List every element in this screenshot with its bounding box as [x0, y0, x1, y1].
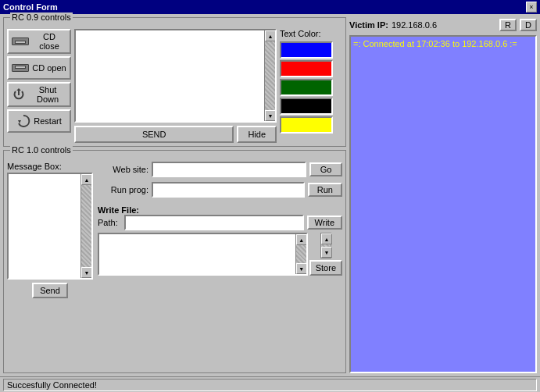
r-button[interactable]: R: [499, 19, 517, 31]
msg-scroll-track: [81, 185, 91, 267]
write-scroll-track: [296, 245, 306, 263]
victim-ip-value: 192.168.0.6: [392, 20, 437, 30]
power-svg: [12, 87, 26, 102]
write-scroll-down[interactable]: ▼: [296, 263, 307, 274]
send-button[interactable]: SEND: [74, 126, 234, 143]
cd-open-label: CD open: [32, 63, 66, 73]
cd-close-label: CD close: [32, 32, 66, 51]
right-controls: Web site: Go Run prog: Run Write File:: [98, 162, 342, 298]
write-file-label: Write File:: [98, 205, 139, 215]
bottom-row: SEND Hide: [74, 126, 277, 143]
rc10-controls: Message Box: ▲ ▼ Send: [7, 162, 342, 298]
cd-close-button[interactable]: CD close: [7, 29, 71, 54]
close-button[interactable]: ×: [526, 2, 537, 12]
cd-open-icon: [12, 64, 29, 72]
main-window: RC 0.9 controls CD close: [0, 14, 540, 392]
scroll-down-arrow[interactable]: ▼: [265, 110, 276, 121]
content-area: RC 0.9 controls CD close: [0, 14, 540, 376]
victim-header: Victim IP: 192.168.0.6 R D: [349, 17, 537, 33]
right-panel: Victim IP: 192.168.0.6 R D =: Connected …: [349, 17, 537, 373]
write-button[interactable]: Write: [307, 216, 342, 230]
left-panel: RC 0.9 controls CD close: [3, 17, 346, 373]
connection-text: =: Connected at 17:02:36 to 192.168.0.6 …: [353, 39, 517, 48]
restart-svg: [16, 114, 30, 128]
color-panel: Text Color:: [280, 29, 342, 143]
scroll-up-arrow[interactable]: ▲: [265, 30, 276, 41]
text-area-container: ▲ ▼ SEND Hide: [74, 29, 277, 143]
write-area: Path: Write ▲ ▼: [98, 215, 342, 276]
path-row: Path: Write: [98, 215, 342, 230]
color-red[interactable]: [280, 60, 333, 77]
text-scrollbar[interactable]: ▲ ▼: [264, 30, 275, 121]
cd-open-button[interactable]: CD open: [7, 56, 71, 80]
scroll-track: [265, 41, 275, 110]
write-scrollbar[interactable]: ▲ ▼: [295, 234, 306, 274]
write-content-row: ▲ ▼ ▲ ▼: [98, 233, 342, 276]
text-color-label: Text Color:: [280, 29, 321, 38]
window-title: Control Form: [3, 2, 58, 12]
path-label: Path:: [98, 218, 121, 227]
website-input[interactable]: [152, 162, 306, 177]
website-row: Web site: Go: [98, 162, 342, 177]
store-scroll-down[interactable]: ▼: [321, 247, 332, 258]
d-button[interactable]: D: [520, 19, 537, 31]
buttons-column: CD close CD open: [7, 29, 71, 143]
runprog-row: Run prog: Run: [98, 182, 342, 198]
runprog-input[interactable]: [152, 182, 305, 198]
store-scroll-up[interactable]: ▲: [321, 233, 332, 244]
color-yellow[interactable]: [280, 116, 333, 134]
write-scroll-up[interactable]: ▲: [296, 234, 307, 245]
rc09-controls: CD close CD open: [7, 29, 342, 143]
write-textarea[interactable]: ▲ ▼: [98, 233, 308, 276]
svg-marker-0: [16, 88, 21, 95]
shutdown-icon: [12, 87, 26, 102]
status-text: Succesfully Connected!: [3, 379, 537, 391]
restart-icon: [16, 114, 30, 128]
rc10-label: RC 1.0 controls: [10, 145, 73, 155]
run-button[interactable]: Run: [308, 183, 342, 197]
store-col: ▲ ▼ Store: [309, 233, 342, 276]
message-box-label: Message Box:: [7, 162, 93, 171]
msg-scroll-down[interactable]: ▼: [81, 267, 92, 278]
status-message: Succesfully Connected!: [7, 380, 97, 390]
rc10-group: RC 1.0 controls Message Box: ▲ ▼: [3, 150, 346, 373]
message-box-section: Message Box: ▲ ▼ Send: [7, 162, 93, 298]
msg-scrollbar[interactable]: ▲ ▼: [80, 174, 91, 278]
victim-ip-label: Victim IP:: [349, 20, 388, 30]
rc09-group: RC 0.9 controls CD close: [3, 17, 346, 147]
write-file-section: Write File: Path: Write: [98, 205, 342, 276]
restart-label: Restart: [34, 116, 61, 126]
text-display: ▲ ▼: [74, 29, 277, 123]
color-green[interactable]: [280, 79, 333, 96]
shutdown-label: Shut Down: [29, 85, 66, 104]
go-button[interactable]: Go: [309, 162, 342, 176]
website-label: Web site:: [98, 165, 148, 174]
svg-marker-1: [18, 120, 21, 123]
color-black[interactable]: [280, 98, 333, 115]
message-textarea[interactable]: ▲ ▼: [7, 173, 93, 280]
path-input[interactable]: [124, 215, 304, 230]
store-scrollbar: ▲ ▼: [320, 233, 331, 258]
status-bar: Succesfully Connected!: [0, 376, 540, 392]
color-blue[interactable]: [280, 41, 333, 59]
restart-button[interactable]: Restart: [7, 109, 71, 133]
store-button[interactable]: Store: [309, 260, 342, 276]
runprog-label: Run prog:: [98, 185, 148, 194]
connection-display: =: Connected at 17:02:36 to 192.168.0.6 …: [349, 35, 537, 373]
title-bar: Control Form ×: [0, 0, 540, 14]
cd-close-icon: [12, 37, 29, 45]
hide-button[interactable]: Hide: [237, 126, 277, 143]
shutdown-button[interactable]: Shut Down: [7, 82, 71, 107]
msg-scroll-up[interactable]: ▲: [81, 174, 92, 185]
rc09-label: RC 0.9 controls: [10, 12, 73, 22]
message-send-button[interactable]: Send: [32, 283, 68, 298]
